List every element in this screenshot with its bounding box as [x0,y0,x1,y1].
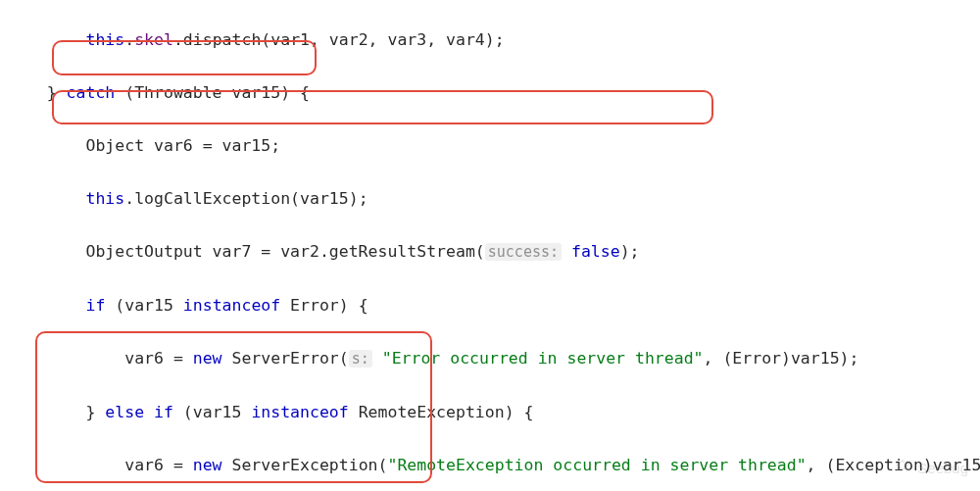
code-line: this.logCallException(var15); [8,185,980,212]
param-hint: success: [485,243,562,261]
code-block: this.skel.dispatch(var1, var2, var3, var… [0,0,980,491]
code-line: ObjectOutput var7 = var2.getResultStream… [8,238,980,266]
watermark: Seebug [894,455,968,481]
code-line: this.skel.dispatch(var1, var2, var3, var… [8,26,980,53]
code-line: var6 = new ServerException("RemoteExcept… [8,452,980,478]
code-line: if (var15 instanceof Error) { [8,292,980,319]
code-line: } else if (var15 instanceof RemoteExcept… [8,399,980,425]
code-line: } catch (Throwable var15) { [8,79,980,106]
code-line: Object var6 = var15; [8,132,980,159]
param-hint: s: [349,350,372,368]
watermark-label: Seebug [917,455,968,481]
bug-icon [894,455,911,481]
code-line: var6 = new ServerError(s: "Error occurre… [8,345,980,372]
svg-point-0 [900,462,907,469]
